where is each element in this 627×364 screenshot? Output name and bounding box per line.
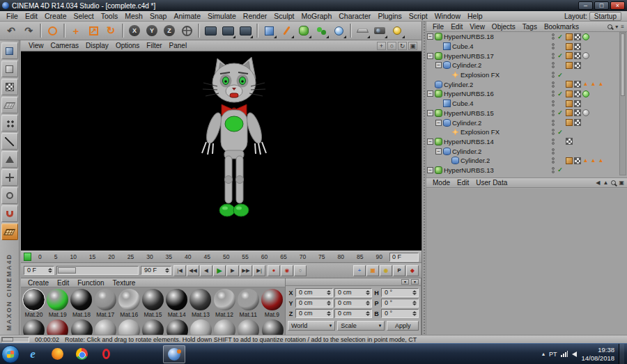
record-scale-icon[interactable]: ▣ (366, 265, 379, 276)
axis-y-button[interactable]: Y (144, 22, 160, 39)
coordinate-system-button[interactable] (178, 22, 195, 39)
menu-character[interactable]: Character (335, 12, 374, 20)
material-item[interactable]: Mat.12 (213, 289, 236, 318)
move-tool-button[interactable]: + (68, 22, 84, 39)
add-hypernurbs-button[interactable] (295, 22, 312, 39)
taskbar-firefox[interactable] (46, 345, 68, 363)
volume-icon[interactable] (572, 351, 577, 357)
coord-rotation-b-field[interactable]: 0 ° (381, 309, 419, 318)
ball-gray-tag[interactable] (582, 109, 589, 116)
menu-simulate[interactable]: Simulate (204, 12, 240, 20)
texture-tag[interactable] (566, 109, 573, 116)
pan-view-icon[interactable]: + (377, 42, 386, 50)
object-row[interactable]: Explosion FX✓ (426, 70, 619, 80)
points-mode-button[interactable] (1, 115, 18, 132)
texture-tag[interactable] (566, 100, 573, 107)
coord-space-dropdown[interactable]: World▾ (288, 321, 335, 331)
object-label[interactable]: Cylinder.2 (444, 81, 473, 88)
taskbar-cinema4d[interactable] (163, 345, 185, 363)
checker-tag[interactable] (574, 81, 581, 88)
viewport-menu-cameras[interactable]: Cameras (47, 42, 83, 49)
menu-create[interactable]: Create (41, 12, 70, 20)
object-label[interactable]: Cube.4 (452, 42, 474, 50)
material-sphere[interactable] (23, 319, 45, 335)
viewport-menu-filter[interactable]: Filter (143, 42, 165, 49)
panel-menu-icon[interactable]: ≡ (621, 24, 624, 30)
object-label[interactable]: Cube.4 (452, 100, 474, 107)
hidden-icons-button[interactable]: ▴ (542, 351, 545, 357)
keyframe-selection-button[interactable]: ○ (294, 265, 307, 276)
checker-tag[interactable] (574, 100, 581, 107)
toggle-view-icon[interactable]: ▣ (408, 42, 417, 50)
coord-rotation-p-field[interactable]: 0 ° (381, 299, 419, 308)
rotate-view-icon[interactable]: ↻ (398, 42, 407, 50)
menu-select[interactable]: Select (70, 12, 98, 20)
timeline-frame-field[interactable]: 0 F (389, 253, 419, 262)
material-sphere[interactable] (262, 319, 284, 335)
visibility-dots[interactable] (552, 53, 555, 59)
search-icon[interactable] (611, 180, 616, 185)
visibility-dots[interactable] (552, 139, 555, 145)
object-label[interactable]: Explosion FX (460, 71, 500, 79)
object-manager-menu-file[interactable]: File (429, 23, 447, 31)
object-row[interactable]: −HyperNURBS.15✓ (426, 109, 619, 118)
axis-x-button[interactable]: X (126, 22, 143, 39)
point-level-animation-icon[interactable]: ◆ (406, 265, 419, 276)
menu-render[interactable]: Render (240, 12, 270, 20)
object-row[interactable]: Cube.4 (426, 42, 619, 52)
object-row[interactable]: Cylinder.2▲▲▲ (426, 156, 619, 166)
material-sphere[interactable] (70, 289, 92, 310)
material-item[interactable]: Mat.18 (70, 289, 93, 318)
add-spline-button[interactable] (278, 22, 295, 39)
go-to-end-button[interactable]: ▶| (253, 265, 265, 276)
viewport-canvas[interactable] (21, 52, 421, 251)
texture-tag[interactable] (566, 157, 573, 164)
menu-edit[interactable]: Edit (22, 12, 41, 20)
expander-icon[interactable]: − (427, 167, 433, 173)
checker-tag[interactable] (574, 109, 581, 116)
search-icon[interactable] (607, 24, 612, 29)
undo-button[interactable]: ↶ (3, 22, 20, 39)
material-sphere[interactable] (261, 289, 283, 310)
material-sphere[interactable] (166, 289, 187, 310)
scrollbar-thumb[interactable] (621, 33, 625, 96)
minimize-button[interactable]: – (578, 1, 593, 10)
object-label[interactable]: Cylinder.2 (452, 61, 481, 69)
enabled-check[interactable]: ✓ (557, 52, 564, 59)
attributes-menu-user-data[interactable]: User Data (472, 179, 511, 187)
material-sphere[interactable] (47, 319, 68, 335)
object-manager-menu-tags[interactable]: Tags (519, 23, 541, 31)
coord-size-y-field[interactable]: 0 cm (334, 299, 372, 308)
texture-tag[interactable] (566, 62, 573, 69)
object-label[interactable]: Explosion FX (460, 128, 500, 136)
polygons-mode-button[interactable] (1, 151, 18, 168)
next-key-button[interactable]: ▶▶ (240, 265, 252, 276)
viewport-menu-display[interactable]: Display (82, 42, 112, 49)
previous-frame-button[interactable]: ◀ (200, 265, 212, 276)
material-item[interactable]: Mat.20 (22, 289, 45, 318)
material-sphere[interactable] (142, 319, 164, 335)
viewport-menu-panel[interactable]: Panel (166, 42, 191, 49)
next-frame-button[interactable]: ▶ (226, 265, 239, 276)
material-item[interactable]: Mat.11 (237, 289, 260, 318)
axis-z-button[interactable]: Z (161, 22, 178, 39)
snap-button[interactable] (1, 205, 18, 222)
add-mograph-button[interactable] (313, 22, 330, 39)
object-label[interactable]: HyperNURBS.14 (444, 138, 494, 145)
enabled-check[interactable]: ✓ (557, 166, 564, 173)
object-row[interactable]: −HyperNURBS.16✓ (426, 89, 619, 99)
material-sphere[interactable] (167, 319, 188, 335)
texture-mode-button[interactable] (1, 79, 18, 95)
materials-menu-function[interactable]: Function (73, 279, 108, 287)
viewport-menu-options[interactable]: Options (112, 42, 143, 49)
network-icon[interactable] (561, 351, 568, 357)
menu-animate[interactable]: Animate (170, 12, 204, 20)
attributes-menu-edit[interactable]: Edit (454, 179, 472, 187)
coord-dropdown-icon[interactable]: ▾ (401, 279, 409, 285)
object-row[interactable]: −HyperNURBS.17✓ (426, 51, 619, 61)
menu-sculpt[interactable]: Sculpt (270, 12, 297, 20)
add-cube-primitive-button[interactable] (261, 22, 277, 39)
filter-dropdown-icon[interactable]: ▾ (615, 24, 618, 30)
material-sphere[interactable] (95, 289, 116, 310)
material-item[interactable]: Mat.19 (46, 289, 69, 318)
